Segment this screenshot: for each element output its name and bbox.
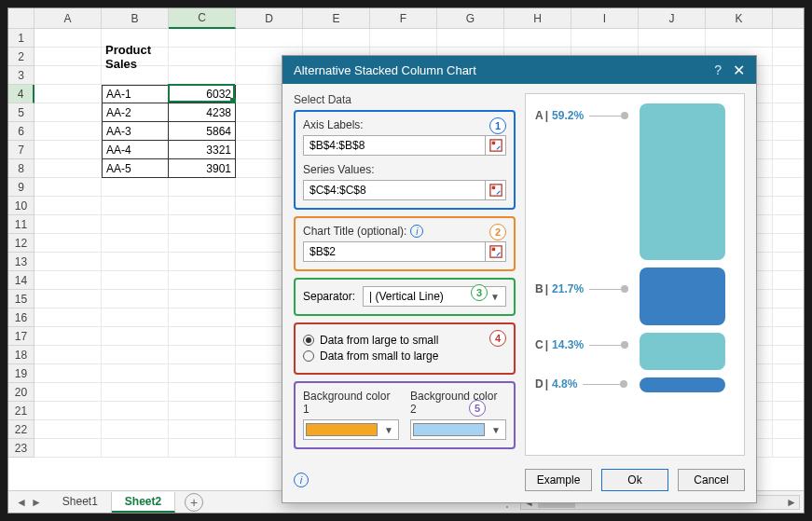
cell[interactable] [773, 290, 805, 308]
row-header[interactable]: 5 [8, 103, 34, 122]
cell[interactable] [34, 215, 102, 234]
cell[interactable] [169, 439, 236, 458]
close-icon[interactable]: ✕ [733, 62, 745, 79]
bg-color-1-picker[interactable]: ▼ [303, 419, 399, 440]
column-header[interactable]: A [34, 8, 102, 29]
row-header[interactable]: 6 [8, 122, 34, 141]
cell[interactable] [34, 327, 102, 346]
cell[interactable] [571, 29, 639, 48]
cell[interactable]: AA-2 [102, 103, 169, 122]
cell[interactable] [102, 383, 169, 402]
cell[interactable] [102, 439, 169, 458]
cell[interactable] [773, 234, 805, 253]
cell[interactable] [773, 29, 805, 48]
add-sheet-button[interactable]: + [185, 493, 203, 512]
sheet-tab[interactable]: Sheet2 [112, 492, 175, 513]
cell[interactable] [34, 234, 102, 253]
cell[interactable] [169, 197, 236, 215]
cell[interactable] [169, 66, 236, 85]
column-header[interactable]: F [370, 8, 437, 29]
sheet-nav-next-icon[interactable]: ► [31, 496, 42, 509]
row-header[interactable]: 10 [8, 197, 34, 215]
column-header[interactable]: D [236, 8, 303, 29]
cell[interactable]: AA-3 [102, 122, 169, 141]
cell[interactable] [773, 383, 805, 402]
sheet-tab[interactable]: Sheet1 [49, 492, 112, 513]
row-header[interactable]: 14 [8, 271, 34, 290]
cell[interactable] [773, 420, 805, 439]
cell[interactable]: AA-5 [102, 159, 169, 178]
column-header[interactable]: K [706, 8, 773, 29]
sheet-nav[interactable]: ◄ ► [8, 496, 49, 509]
axis-labels-input[interactable] [304, 137, 485, 154]
scroll-right-icon[interactable]: ► [784, 496, 799, 509]
row-headers[interactable]: 1234567891011121314151617181920212223 [8, 29, 34, 458]
cell[interactable] [169, 308, 236, 327]
cell[interactable] [169, 346, 236, 364]
cell[interactable] [34, 103, 102, 122]
row-header[interactable]: 23 [8, 439, 34, 458]
cell[interactable] [773, 85, 805, 103]
cell[interactable] [773, 122, 805, 141]
cell[interactable] [102, 178, 169, 197]
row-header[interactable]: 21 [8, 402, 34, 420]
cell[interactable] [773, 346, 805, 364]
cell[interactable] [169, 48, 236, 66]
cell[interactable] [706, 29, 773, 48]
column-header[interactable]: J [639, 8, 706, 29]
column-header[interactable]: E [303, 8, 370, 29]
row-header[interactable]: 12 [8, 234, 34, 253]
row-header[interactable]: 15 [8, 290, 34, 308]
cell[interactable] [102, 420, 169, 439]
chart-title-input[interactable] [304, 243, 485, 260]
cell[interactable] [169, 364, 236, 383]
row-header[interactable]: 13 [8, 253, 34, 271]
cell[interactable] [34, 197, 102, 215]
cell[interactable] [34, 66, 102, 85]
cell[interactable] [169, 383, 236, 402]
cell[interactable] [773, 402, 805, 420]
select-all-corner[interactable] [8, 8, 34, 29]
cell[interactable]: AA-4 [102, 141, 169, 159]
row-header[interactable]: 18 [8, 346, 34, 364]
range-picker-icon[interactable] [485, 136, 505, 155]
cell[interactable] [34, 29, 102, 48]
cell[interactable] [34, 364, 102, 383]
cell[interactable]: Product Sales [102, 48, 169, 66]
cell[interactable] [773, 178, 805, 197]
cell[interactable] [34, 439, 102, 458]
cell[interactable] [102, 364, 169, 383]
cell[interactable] [34, 383, 102, 402]
cell[interactable] [437, 29, 504, 48]
cell[interactable] [34, 402, 102, 420]
cell[interactable] [102, 271, 169, 290]
row-header[interactable]: 4 [8, 85, 34, 103]
cell[interactable] [102, 402, 169, 420]
cell[interactable] [34, 308, 102, 327]
cell[interactable] [102, 215, 169, 234]
row-header[interactable]: 19 [8, 364, 34, 383]
cell[interactable] [102, 290, 169, 308]
series-values-input[interactable] [304, 182, 485, 199]
cell[interactable] [773, 364, 805, 383]
cell[interactable] [169, 178, 236, 197]
row-header[interactable]: 17 [8, 327, 34, 346]
cell[interactable] [773, 215, 805, 234]
cell[interactable] [169, 327, 236, 346]
cell[interactable] [773, 271, 805, 290]
cell[interactable]: 4238 [169, 103, 236, 122]
cell[interactable] [102, 308, 169, 327]
cell[interactable] [169, 420, 236, 439]
column-header[interactable]: H [504, 8, 571, 29]
row-header[interactable]: 1 [8, 29, 34, 48]
cell[interactable] [169, 290, 236, 308]
range-picker-icon[interactable] [485, 242, 505, 261]
cell[interactable] [34, 141, 102, 159]
info-icon[interactable]: i [294, 473, 309, 487]
cell[interactable] [169, 215, 236, 234]
cell[interactable] [169, 29, 236, 48]
column-header[interactable]: B [102, 8, 169, 29]
row-header[interactable]: 3 [8, 66, 34, 85]
cell[interactable] [34, 271, 102, 290]
cell[interactable] [773, 308, 805, 327]
